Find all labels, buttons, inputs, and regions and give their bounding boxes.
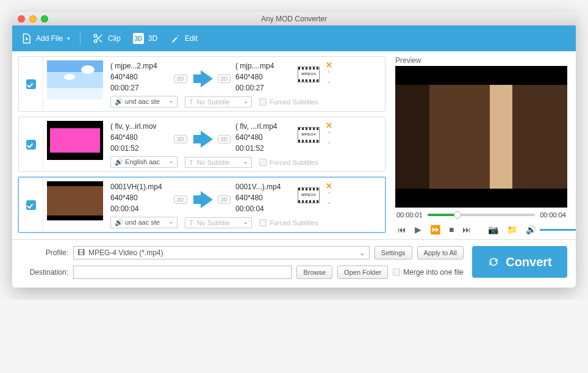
forced-subtitles-label: Forced Subtitles: [270, 219, 318, 226]
add-file-dropdown-icon[interactable]: ▾: [67, 35, 70, 42]
play-button[interactable]: ▶: [415, 225, 421, 234]
svg-point-1: [94, 40, 97, 43]
forced-subtitles-checkbox[interactable]: [259, 98, 267, 106]
format-badge[interactable]: MPEG4: [298, 187, 320, 203]
volume-slider[interactable]: [540, 229, 576, 231]
file-thumbnail[interactable]: [47, 60, 103, 100]
preview-frame: [395, 85, 567, 189]
move-down-button[interactable]: ⌄: [326, 78, 331, 84]
move-up-button[interactable]: ⌃: [326, 71, 331, 77]
forced-subtitles-checkbox[interactable]: [259, 219, 267, 226]
forced-subtitles-label: Forced Subtitles: [270, 159, 318, 166]
apply-to-all-button[interactable]: Apply to All: [417, 246, 464, 259]
open-folder-icon[interactable]: 📁: [507, 225, 517, 234]
convert-button[interactable]: Convert: [472, 246, 567, 278]
clip-button[interactable]: Clip: [93, 33, 121, 44]
file-checkbox[interactable]: [26, 140, 36, 150]
dst-2d-badge: 2D: [218, 74, 231, 83]
remove-file-button[interactable]: ✕: [326, 181, 332, 190]
toolbar: Add File ▾ Clip 3D 3D Edit: [12, 26, 576, 51]
remove-file-button[interactable]: ✕: [326, 60, 332, 70]
browse-button[interactable]: Browse: [296, 266, 332, 279]
audio-track-dropdown[interactable]: 🔊 und aac ste: [110, 96, 177, 107]
src-2d-badge: 2D: [174, 135, 187, 143]
window-title: Any MOD Converter: [12, 15, 576, 23]
remove-file-button[interactable]: ✕: [326, 121, 332, 130]
dst-2d-badge: 2D: [218, 195, 231, 204]
next-button[interactable]: ⏭: [462, 225, 471, 234]
output-info: ( flv, ...rl.mp4640*48000:01:52: [231, 117, 295, 154]
src-2d-badge: 2D: [174, 74, 187, 83]
format-badge[interactable]: MPEG4: [298, 127, 320, 143]
source-info: ( mjpe...2.mp4640*48000:00:27: [107, 57, 174, 93]
open-folder-button[interactable]: Open Folder: [337, 266, 388, 279]
subtitle-dropdown[interactable]: T No Subtitle: [185, 96, 252, 107]
format-badge[interactable]: MPEG4: [298, 67, 320, 82]
volume-icon[interactable]: 🔊: [526, 225, 536, 234]
output-info: ( mjp....mp4640*48000:00:27: [231, 57, 295, 93]
fast-forward-button[interactable]: ⏩: [430, 225, 440, 234]
destination-input[interactable]: [73, 266, 292, 279]
prev-button[interactable]: ⏮: [398, 225, 406, 234]
audio-track-dropdown[interactable]: 🔊 und aac ste: [110, 217, 177, 228]
arrow-icon: [201, 131, 213, 148]
arrow-icon: [201, 70, 213, 87]
forced-subtitles-checkbox[interactable]: [259, 159, 267, 166]
arrow-icon: [201, 191, 213, 208]
settings-button[interactable]: Settings: [375, 246, 412, 259]
three-d-icon: 3D: [133, 33, 144, 44]
subtitle-dropdown[interactable]: T No Subtitle: [185, 157, 252, 168]
file-list: ( mjpe...2.mp4640*48000:00:27 2D 2D ( mj…: [12, 56, 392, 233]
move-up-button[interactable]: ⌃: [326, 131, 331, 137]
file-row[interactable]: 0001VH(1).mp4640*48000:00:04 2D 2D 0001V…: [18, 177, 385, 233]
dst-2d-badge: 2D: [218, 135, 231, 143]
destination-label: Destination:: [21, 268, 68, 277]
source-info: ( flv, y...irl.mov640*48000:01:52: [107, 117, 174, 154]
profile-combo[interactable]: 🎞 MPEG-4 Video (*.mp4): [73, 246, 370, 259]
titlebar: Any MOD Converter: [12, 12, 576, 26]
stop-button[interactable]: ■: [449, 225, 454, 234]
subtitle-dropdown[interactable]: T No Subtitle: [185, 217, 252, 228]
scissors-icon: [93, 33, 104, 44]
add-file-icon: [21, 33, 32, 44]
three-d-button[interactable]: 3D 3D: [133, 33, 157, 44]
svg-point-0: [94, 34, 97, 37]
audio-track-dropdown[interactable]: 🔊 English aac: [110, 156, 177, 168]
convert-icon: [487, 256, 500, 268]
preview-video[interactable]: [395, 66, 567, 208]
preview-seek-slider[interactable]: [428, 214, 535, 216]
mpeg-icon: 🎞: [77, 248, 85, 257]
edit-button[interactable]: Edit: [170, 33, 198, 44]
move-down-button[interactable]: ⌄: [326, 199, 331, 205]
file-row[interactable]: ( mjpe...2.mp4640*48000:00:27 2D 2D ( mj…: [18, 56, 385, 112]
add-file-button[interactable]: Add File ▾: [21, 33, 81, 44]
wand-icon: [170, 33, 181, 44]
merge-label: Merge into one file: [403, 268, 464, 277]
source-info: 0001VH(1).mp4640*48000:00:04: [107, 178, 174, 214]
preview-total-time: 00:00:04: [540, 211, 566, 219]
file-thumbnail[interactable]: [47, 121, 103, 160]
preview-label: Preview: [392, 55, 571, 66]
src-2d-badge: 2D: [174, 195, 187, 204]
forced-subtitles-label: Forced Subtitles: [270, 98, 318, 106]
output-info: 0001V...).mp4640*48000:00:04: [231, 178, 295, 214]
file-thumbnail[interactable]: [47, 181, 103, 220]
preview-current-time: 00:00:01: [396, 211, 423, 219]
file-checkbox[interactable]: [26, 200, 36, 210]
snapshot-button[interactable]: 📷: [488, 225, 498, 234]
move-up-button[interactable]: ⌃: [326, 192, 331, 198]
file-checkbox[interactable]: [26, 79, 36, 89]
app-window: Any MOD Converter Add File ▾ Clip 3D 3D …: [12, 12, 576, 288]
file-row[interactable]: ( flv, y...irl.mov640*48000:01:52 2D 2D …: [18, 117, 385, 172]
merge-checkbox[interactable]: [393, 269, 400, 276]
move-down-button[interactable]: ⌄: [326, 139, 331, 145]
profile-label: Profile:: [21, 248, 68, 257]
